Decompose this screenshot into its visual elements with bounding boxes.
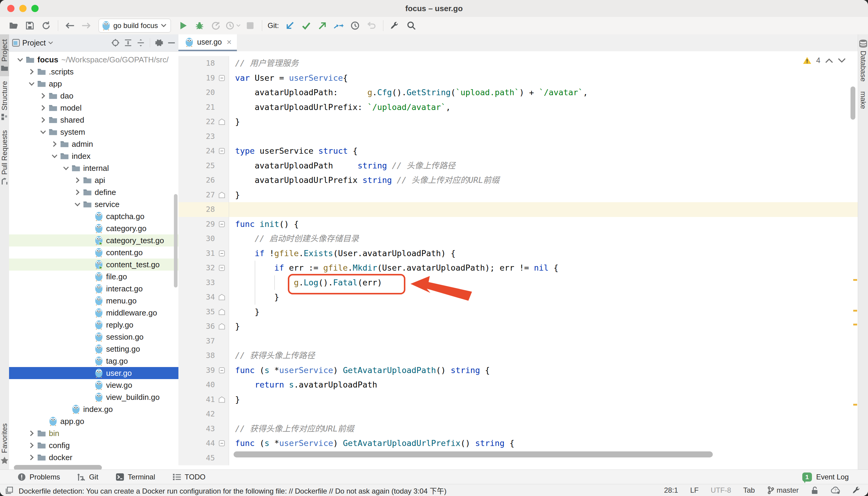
code-line-37[interactable]: 37 xyxy=(179,334,858,348)
line-number[interactable]: 26 xyxy=(206,173,215,188)
toolwindow-button-problems[interactable]: Problems xyxy=(17,473,60,481)
gutter-line-32[interactable]: 32 xyxy=(179,261,229,275)
line-number[interactable]: 45 xyxy=(206,451,215,466)
line-number[interactable]: 23 xyxy=(206,129,215,144)
tree-item-internal[interactable]: internal xyxy=(9,162,179,174)
code-line-35[interactable]: 35} xyxy=(179,305,858,320)
gutter-line-18[interactable]: 18 xyxy=(179,56,229,71)
tree-item-reply-go[interactable]: reply.go xyxy=(9,319,179,331)
toolwindow-button-git[interactable]: Git xyxy=(77,473,98,481)
line-number[interactable]: 19 xyxy=(206,71,215,86)
gutter-line-42[interactable]: 42 xyxy=(179,407,229,422)
line-number[interactable]: 18 xyxy=(206,56,215,71)
line-number[interactable]: 32 xyxy=(206,261,215,275)
chevron-right-icon[interactable] xyxy=(27,443,37,448)
tree-item-view-go[interactable]: view.go xyxy=(9,379,179,391)
chevron-down-icon[interactable] xyxy=(15,57,25,63)
chevron-down-icon[interactable] xyxy=(48,41,53,45)
tree-item-setting-go[interactable]: setting.go xyxy=(9,343,179,355)
tree-item-menu-go[interactable]: menu.go xyxy=(9,295,179,307)
line-number[interactable]: 33 xyxy=(206,275,215,290)
gutter-line-25[interactable]: 25 xyxy=(179,158,229,173)
line-number[interactable]: 30 xyxy=(206,231,215,246)
tool-stripe-pull-requests[interactable]: Pull Requests xyxy=(0,125,9,190)
line-number[interactable]: 24 xyxy=(206,144,215,158)
tree-item-category-go[interactable]: category.go xyxy=(9,222,179,234)
code-line-39[interactable]: 39func (s *userService) GetAvatarUploadP… xyxy=(179,363,858,378)
gutter-line-29[interactable]: 29 xyxy=(179,217,229,232)
line-number[interactable]: 31 xyxy=(206,246,215,261)
fold-marker-icon[interactable] xyxy=(215,221,229,228)
warning-stripe-mark[interactable] xyxy=(853,324,857,325)
indent-mode[interactable]: Tab xyxy=(743,486,755,495)
git-update-button[interactable] xyxy=(283,19,297,32)
code-line-40[interactable]: 40return s.avatarUploadPath xyxy=(179,377,858,392)
tree-item-config[interactable]: config xyxy=(9,439,179,451)
tree-item-content_test-go[interactable]: content_test.go xyxy=(9,259,179,270)
code-line-30[interactable]: 30// 启动时创建头像存储目录 xyxy=(179,231,858,246)
tree-item-content-go[interactable]: content.go xyxy=(9,247,179,259)
code-line-22[interactable]: 22} xyxy=(179,114,858,129)
gutter-line-30[interactable]: 30 xyxy=(179,231,229,246)
tree-item-view_buildin-go[interactable]: view_buildin.go xyxy=(9,391,179,403)
tab-user-go[interactable]: user.go × xyxy=(179,34,237,51)
warning-count[interactable]: 4 xyxy=(816,56,820,65)
chevron-down-icon[interactable] xyxy=(27,81,37,87)
line-number[interactable]: 37 xyxy=(206,334,215,348)
line-number[interactable]: 22 xyxy=(206,114,215,129)
file-encoding[interactable]: UTF-8 xyxy=(711,486,731,495)
tree-item-category_test-go[interactable]: category_test.go xyxy=(9,234,179,247)
toolwindow-button-todo[interactable]: TODO xyxy=(173,473,205,481)
tree-item-define[interactable]: define xyxy=(9,186,179,198)
fold-marker-icon[interactable] xyxy=(215,250,229,257)
gutter-line-38[interactable]: 38 xyxy=(179,348,229,363)
line-number[interactable]: 27 xyxy=(206,188,215,202)
gutter-line-44[interactable]: 44 xyxy=(179,436,229,451)
cloud-settings-icon[interactable]: ? xyxy=(831,486,840,494)
editor-horizontal-scrollbar[interactable] xyxy=(234,451,713,458)
save-all-button[interactable] xyxy=(23,19,36,32)
code-line-38[interactable]: 38// 获得头像上传路径 xyxy=(179,348,858,363)
line-number[interactable]: 40 xyxy=(206,377,215,392)
code-line-27[interactable]: 27} xyxy=(179,188,858,202)
editor-vertical-scrollbar[interactable] xyxy=(851,87,855,120)
next-warning-button[interactable] xyxy=(838,58,846,63)
chevron-down-icon[interactable] xyxy=(72,201,82,207)
tree-item-interact-go[interactable]: interact.go xyxy=(9,283,179,295)
tool-stripe-database[interactable]: Database xyxy=(858,34,868,87)
chevron-down-icon[interactable] xyxy=(38,129,48,135)
gutter-line-33[interactable]: 33 xyxy=(179,275,229,290)
chevron-right-icon[interactable] xyxy=(38,93,48,99)
code-line-41[interactable]: 41} xyxy=(179,392,858,407)
code-line-19[interactable]: 19var User = userService{ xyxy=(179,71,858,86)
gutter-line-28[interactable]: 28 xyxy=(179,202,229,217)
gutter-line-22[interactable]: 22 xyxy=(179,114,229,129)
gutter-line-23[interactable]: 23 xyxy=(179,129,229,144)
line-number[interactable]: 43 xyxy=(206,422,215,436)
tree-item-service[interactable]: service xyxy=(9,198,179,210)
line-number[interactable]: 44 xyxy=(206,436,215,451)
tree-item-index-go[interactable]: index.go xyxy=(9,403,179,415)
run-configuration-select[interactable]: go build focus xyxy=(98,19,171,33)
gutter-line-34[interactable]: 34 xyxy=(179,290,229,305)
collapse-all-button[interactable] xyxy=(137,38,145,47)
line-number[interactable]: 28 xyxy=(206,202,215,217)
chevron-down-icon[interactable] xyxy=(61,165,71,171)
line-number[interactable]: 42 xyxy=(206,407,215,422)
synchronize-button[interactable] xyxy=(40,19,53,32)
settings-wrench-button[interactable] xyxy=(388,19,402,32)
line-number[interactable]: 29 xyxy=(206,217,215,232)
gutter-line-35[interactable]: 35 xyxy=(179,305,229,320)
fold-marker-icon[interactable] xyxy=(215,265,229,271)
code-line-21[interactable]: 21avatarUploadUrlPrefix: `/upload/avatar… xyxy=(179,100,858,115)
code-line-28[interactable]: 28 xyxy=(179,202,858,217)
gear-icon[interactable] xyxy=(155,38,164,47)
git-commit-button[interactable] xyxy=(299,19,313,32)
tree-item-shared[interactable]: shared xyxy=(9,114,179,126)
gutter-line-24[interactable]: 24 xyxy=(179,144,229,158)
event-log-button[interactable]: 1 Event Log xyxy=(802,472,849,482)
gutter-line-45[interactable]: 45 xyxy=(179,451,229,466)
line-ending[interactable]: LF xyxy=(690,486,699,495)
chevron-right-icon[interactable] xyxy=(72,177,82,183)
tree-item--scripts[interactable]: .scripts xyxy=(9,66,179,78)
